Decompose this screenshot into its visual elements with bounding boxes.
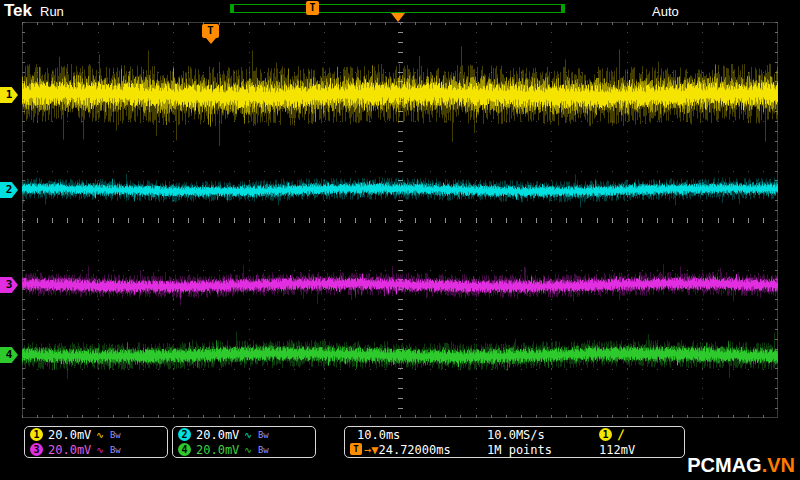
trigger-level-value: 112mV <box>599 443 635 457</box>
watermark: PCMAG.VN <box>687 454 795 477</box>
acquisition-status: Run <box>40 4 64 19</box>
oscilloscope-screen: Tek Run T Auto T 1 2 3 4 1 20.0mV ∿ Bw 3… <box>0 0 800 480</box>
timebase-value: 10.0ms <box>357 428 400 442</box>
trigger-flag[interactable]: T <box>202 24 219 38</box>
trigger-source-badge: 1 <box>599 428 612 441</box>
channel-badge-4: 4 <box>178 443 191 456</box>
watermark-secondary: .VN <box>762 454 795 476</box>
trigger-readout-row: T →▼24.72000ms 1M points 112mV <box>345 442 684 457</box>
channel-marker-4[interactable]: 4 <box>0 347 18 363</box>
trigger-time-value: →▼24.72000ms <box>364 443 451 457</box>
bandwidth-icon-1: Bw <box>110 430 121 440</box>
watermark-primary: PCMAG <box>687 454 761 476</box>
channel-marker-2[interactable]: 2 <box>0 182 18 198</box>
sample-rate-value: 10.0MS/s <box>487 428 545 442</box>
brand-logo: Tek <box>4 1 32 21</box>
coupling-icon-4: ∿ <box>244 445 253 455</box>
channel-readout-box-2-4: 2 20.0mV ∿ Bw 4 20.0mV ∿ Bw <box>172 426 316 458</box>
bandwidth-icon-3: Bw <box>110 445 121 455</box>
trigger-time-text: 24.72000ms <box>378 443 450 457</box>
channel-scale-4: 20.0mV <box>196 443 239 457</box>
channel-scale-1: 20.0mV <box>48 428 91 442</box>
record-length-value: 1M points <box>487 443 552 457</box>
coupling-icon-1: ∿ <box>96 430 105 440</box>
channel-readout-3: 3 20.0mV ∿ Bw <box>25 442 167 457</box>
channel-badge-2: 2 <box>178 428 191 441</box>
trigger-position-arrow-icon[interactable] <box>391 13 405 22</box>
bandwidth-icon-4: Bw <box>258 445 269 455</box>
channel-scale-2: 20.0mV <box>196 428 239 442</box>
channel-scale-3: 20.0mV <box>48 443 91 457</box>
coupling-icon-3: ∿ <box>96 445 105 455</box>
trigger-slope-icon: ∕ <box>617 427 625 442</box>
channel-readout-box-1-3: 1 20.0mV ∿ Bw 3 20.0mV ∿ Bw <box>24 426 168 458</box>
channel-marker-1[interactable]: 1 <box>0 87 18 103</box>
channel-badge-3: 3 <box>30 443 43 456</box>
channel-marker-3[interactable]: 3 <box>0 277 18 293</box>
channel-readout-4: 4 20.0mV ∿ Bw <box>173 442 315 457</box>
horizontal-readout-row: 10.0ms 10.0MS/s 1 ∕ <box>345 427 684 442</box>
bandwidth-icon-2: Bw <box>258 430 269 440</box>
record-trigger-marker[interactable]: T <box>306 1 319 15</box>
channel-readout-1: 1 20.0mV ∿ Bw <box>25 427 167 442</box>
trigger-mode-label: Auto <box>652 4 679 19</box>
channel-readout-2: 2 20.0mV ∿ Bw <box>173 427 315 442</box>
waveform-display <box>22 22 778 418</box>
trigger-t-icon: T <box>350 443 362 455</box>
horizontal-trigger-readout-box: 10.0ms 10.0MS/s 1 ∕ T →▼24.72000ms 1M po… <box>344 426 685 458</box>
coupling-icon-2: ∿ <box>244 430 253 440</box>
record-view-bar[interactable] <box>230 4 565 13</box>
channel-badge-1: 1 <box>30 428 43 441</box>
